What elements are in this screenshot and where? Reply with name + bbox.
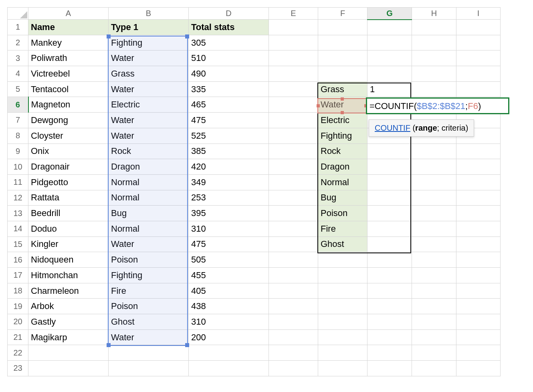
row-header-22[interactable]: 22 xyxy=(8,345,28,361)
cell-G18[interactable] xyxy=(367,283,412,299)
tooltip-function-link[interactable]: COUNTIF xyxy=(375,123,410,132)
cell-F4[interactable] xyxy=(318,66,367,82)
cell-E4[interactable] xyxy=(269,66,318,82)
tooltip-arg-criteria[interactable]: criteria xyxy=(442,123,466,132)
cell-F2[interactable] xyxy=(318,35,367,51)
cell-A23[interactable] xyxy=(28,361,109,376)
cell-D1[interactable]: Total stats xyxy=(189,20,269,35)
cell-F13[interactable]: Poison xyxy=(318,206,367,221)
cell-D17[interactable]: 455 xyxy=(189,268,269,283)
col-header-F[interactable]: F xyxy=(318,8,367,20)
cell-I5[interactable] xyxy=(456,81,501,97)
cell-F14[interactable]: Fire xyxy=(318,221,367,236)
cell-D7[interactable]: 475 xyxy=(189,113,269,128)
cell-E21[interactable] xyxy=(269,329,318,345)
row-header-18[interactable]: 18 xyxy=(8,283,28,299)
cell-H3[interactable] xyxy=(412,51,456,66)
cell-E23[interactable] xyxy=(269,361,318,376)
cell-E17[interactable] xyxy=(269,268,318,283)
cell-B15[interactable]: Water xyxy=(109,236,189,252)
cell-E10[interactable] xyxy=(269,159,318,175)
cell-F22[interactable] xyxy=(318,345,367,361)
cell-A1[interactable]: Name xyxy=(28,20,109,35)
cell-E6[interactable] xyxy=(269,97,318,113)
row-header-19[interactable]: 19 xyxy=(8,299,28,314)
cell-A8[interactable]: Cloyster xyxy=(28,128,109,143)
cell-D20[interactable]: 310 xyxy=(189,314,269,330)
cell-G3[interactable] xyxy=(367,51,412,66)
row-header-1[interactable]: 1 xyxy=(8,20,28,35)
cell-E20[interactable] xyxy=(269,314,318,330)
cell-B6[interactable]: Electric xyxy=(109,97,189,113)
cell-A19[interactable]: Arbok xyxy=(28,299,109,314)
cell-B1[interactable]: Type 1 xyxy=(109,20,189,35)
cell-F9[interactable]: Rock xyxy=(318,143,367,159)
cell-D8[interactable]: 525 xyxy=(189,128,269,143)
col-header-G[interactable]: G xyxy=(367,8,412,20)
cell-A4[interactable]: Victreebel xyxy=(28,66,109,82)
cell-F8[interactable]: Fighting xyxy=(318,128,367,143)
row-header-7[interactable]: 7 xyxy=(8,113,28,128)
cell-H21[interactable] xyxy=(412,329,456,345)
cell-A21[interactable]: Magikarp xyxy=(28,329,109,345)
cell-E9[interactable] xyxy=(269,143,318,159)
cell-I21[interactable] xyxy=(456,329,501,345)
cell-B5[interactable]: Water xyxy=(109,81,189,97)
row-header-9[interactable]: 9 xyxy=(8,143,28,159)
cell-I13[interactable] xyxy=(456,206,501,221)
cell-F5[interactable]: Grass xyxy=(318,81,367,97)
cell-H11[interactable] xyxy=(412,174,456,190)
cell-G23[interactable] xyxy=(367,361,412,376)
cell-G5[interactable]: 1 xyxy=(367,81,412,97)
cell-I22[interactable] xyxy=(456,345,501,361)
cell-I15[interactable] xyxy=(456,236,501,252)
cell-B22[interactable] xyxy=(109,345,189,361)
cell-D4[interactable]: 490 xyxy=(189,66,269,82)
cell-D15[interactable]: 475 xyxy=(189,236,269,252)
cell-F1[interactable] xyxy=(318,20,367,35)
cell-A13[interactable]: Beedrill xyxy=(28,206,109,221)
row-header-6[interactable]: 6 xyxy=(8,97,28,113)
cell-H19[interactable] xyxy=(412,299,456,314)
cell-I2[interactable] xyxy=(456,35,501,51)
cell-A12[interactable]: Rattata xyxy=(28,190,109,206)
cell-F12[interactable]: Bug xyxy=(318,190,367,206)
cell-I4[interactable] xyxy=(456,66,501,82)
cell-A18[interactable]: Charmeleon xyxy=(28,283,109,299)
cell-I3[interactable] xyxy=(456,51,501,66)
cell-G16[interactable] xyxy=(367,252,412,268)
row-header-2[interactable]: 2 xyxy=(8,35,28,51)
cell-G4[interactable] xyxy=(367,66,412,82)
row-header-4[interactable]: 4 xyxy=(8,66,28,82)
cell-A17[interactable]: Hitmonchan xyxy=(28,268,109,283)
cell-B23[interactable] xyxy=(109,361,189,376)
cell-B3[interactable]: Water xyxy=(109,51,189,66)
cell-A2[interactable]: Mankey xyxy=(28,35,109,51)
cell-H4[interactable] xyxy=(412,66,456,82)
col-header-E[interactable]: E xyxy=(269,8,318,20)
cell-D3[interactable]: 510 xyxy=(189,51,269,66)
cell-E22[interactable] xyxy=(269,345,318,361)
cell-I9[interactable] xyxy=(456,143,501,159)
cell-B12[interactable]: Normal xyxy=(109,190,189,206)
select-all-corner[interactable] xyxy=(8,8,28,20)
cell-G12[interactable] xyxy=(367,190,412,206)
function-tooltip[interactable]: COUNTIF (range; criteria) xyxy=(369,119,474,137)
cell-H20[interactable] xyxy=(412,314,456,330)
cell-H12[interactable] xyxy=(412,190,456,206)
cell-G20[interactable] xyxy=(367,314,412,330)
cell-D21[interactable]: 200 xyxy=(189,329,269,345)
col-header-H[interactable]: H xyxy=(412,8,456,20)
cell-B7[interactable]: Water xyxy=(109,113,189,128)
cell-H13[interactable] xyxy=(412,206,456,221)
cell-B17[interactable]: Fighting xyxy=(109,268,189,283)
row-header-14[interactable]: 14 xyxy=(8,221,28,236)
cell-H15[interactable] xyxy=(412,236,456,252)
cell-G19[interactable] xyxy=(367,299,412,314)
cell-B19[interactable]: Poison xyxy=(109,299,189,314)
cell-E12[interactable] xyxy=(269,190,318,206)
cell-I20[interactable] xyxy=(456,314,501,330)
cell-A20[interactable]: Gastly xyxy=(28,314,109,330)
row-header-3[interactable]: 3 xyxy=(8,51,28,66)
cell-I23[interactable] xyxy=(456,361,501,376)
